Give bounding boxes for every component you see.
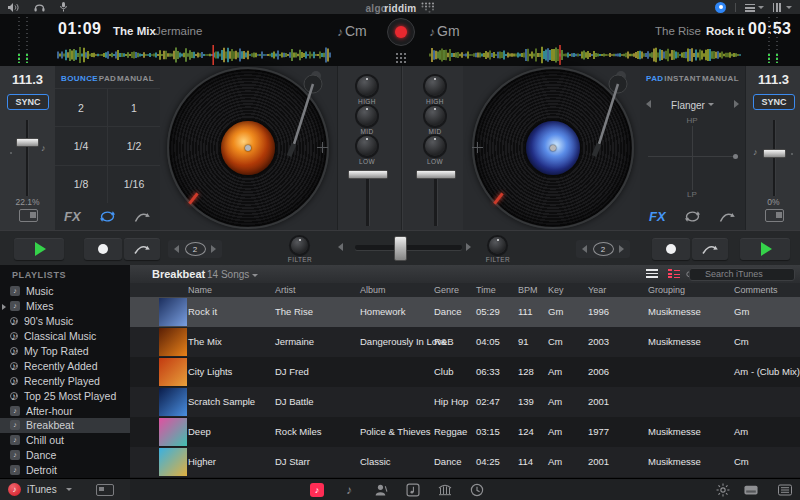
keyboard-shortcut-icon[interactable] [765, 209, 784, 222]
bounce-pad-button[interactable]: 1/4 [55, 127, 107, 164]
playlist-item[interactable]: ♪ Chill out [0, 433, 130, 448]
albums-tab-icon[interactable] [406, 483, 420, 497]
column-header[interactable]: Genre [434, 285, 459, 295]
bounce-pad-button[interactable]: 1/8 [55, 166, 107, 203]
deck-b-jump-button[interactable] [692, 238, 728, 260]
column-header[interactable]: Key [548, 285, 564, 295]
disclosure-icon[interactable] [2, 304, 6, 310]
list-view-icon[interactable] [646, 269, 658, 278]
waveform-b[interactable] [429, 45, 741, 65]
history-tab-icon[interactable] [470, 483, 484, 497]
tab-pad[interactable]: PAD [99, 74, 117, 83]
crossfader-handle[interactable] [394, 236, 407, 261]
keyboard-shortcut-icon[interactable] [19, 209, 38, 222]
column-header[interactable]: Comments [734, 285, 778, 295]
deck-b-loop-stepper[interactable]: 2 [576, 240, 630, 258]
deck-b-mid-knob[interactable] [425, 106, 445, 126]
keyboard-panel-icon[interactable] [744, 483, 758, 497]
deck-b-play-button[interactable] [740, 238, 790, 260]
loop-decrease-icon[interactable] [582, 245, 587, 253]
record-button[interactable] [387, 18, 415, 46]
playlist-item[interactable]: ♪ Mixes [0, 299, 130, 314]
track-row[interactable]: Rock it The Rise Homework Dance 05:29 11… [130, 297, 800, 327]
deck-b-sync-button[interactable]: SYNC [753, 94, 795, 110]
artwork-view-icon[interactable] [668, 269, 680, 278]
track-row[interactable]: City Lights DJ Fred Club 06:33 128 Am 20… [130, 357, 800, 387]
bounce-pad-button[interactable]: 1/16 [108, 166, 160, 203]
deck-a-cue-record-button[interactable] [84, 238, 122, 260]
column-header[interactable]: Artist [275, 285, 296, 295]
loop-increase-icon[interactable] [211, 245, 216, 253]
crossfade-left-icon[interactable] [338, 243, 343, 251]
deck-b-filter-knob[interactable] [489, 237, 506, 254]
track-row[interactable]: Scratch Sample DJ Battle Hip Hop 02:47 1… [130, 387, 800, 417]
deck-a-sync-button[interactable]: SYNC [7, 94, 49, 110]
deck-b-tonearm[interactable] [585, 68, 641, 168]
status-blue-icon[interactable] [715, 2, 726, 13]
brightness-icon[interactable] [716, 483, 730, 497]
headphones-icon[interactable] [34, 3, 45, 12]
track-row[interactable]: Deep Rock Miles Police & Thieves Reggae … [130, 417, 800, 447]
deck-a-mid-knob[interactable] [357, 106, 377, 126]
deck-a-play-button[interactable] [14, 238, 64, 260]
genres-tab-icon[interactable] [438, 483, 452, 497]
playlist-item[interactable]: ♪ Breakbeat [0, 418, 130, 433]
waveform-a[interactable] [57, 45, 331, 65]
playlist-item[interactable]: ♪ 90's Music [0, 314, 130, 329]
track-row[interactable]: The Mix Jermaine Dangerously In Love R&B… [130, 327, 800, 357]
tab-manual[interactable]: MANUAL [117, 74, 154, 83]
loop-increase-icon[interactable] [619, 245, 624, 253]
playlist-item[interactable]: ♪ Recently Played [0, 373, 130, 388]
sidebar-toggle-icon[interactable] [96, 484, 114, 496]
tracks-tab-icon[interactable]: ♪ [342, 483, 356, 497]
deck-b-cue-record-button[interactable] [652, 238, 690, 260]
playlist-item[interactable]: ♪ Music [0, 284, 130, 299]
next-fx-icon[interactable] [734, 100, 739, 108]
tab-bounce[interactable]: BOUNCE [61, 74, 98, 83]
search-input[interactable] [689, 268, 795, 281]
deck-a-fx-toggle[interactable]: FX [64, 209, 81, 224]
loop-icon[interactable] [99, 210, 116, 223]
column-header[interactable]: BPM [518, 285, 538, 295]
loop-decrease-icon[interactable] [174, 245, 179, 253]
deck-a-volume-fader[interactable] [348, 170, 388, 179]
songs-tab-icon[interactable]: ♪ [310, 483, 324, 497]
prev-fx-icon[interactable] [646, 100, 651, 108]
bounce-pad-button[interactable]: 1 [108, 89, 160, 126]
deck-a-filter-knob[interactable] [291, 237, 308, 254]
deck-b-low-knob[interactable] [425, 136, 445, 156]
playlist-item[interactable]: ♪ Top 25 Most Played [0, 388, 130, 403]
deck-b-pitch-fader[interactable] [763, 149, 786, 158]
grid-view-icon[interactable] [395, 52, 406, 63]
deck-b-fx-toggle[interactable]: FX [649, 209, 666, 224]
tab-instant[interactable]: INSTANT [664, 74, 701, 83]
bounce-pad-button[interactable]: 1/2 [108, 127, 160, 164]
song-count-dropdown[interactable]: 14 Songs [207, 269, 258, 280]
deck-b-volume-fader[interactable] [416, 170, 456, 179]
track-row[interactable]: Higher DJ Starr Classic Dance 04:25 114 … [130, 447, 800, 477]
censor-jump-icon[interactable] [719, 210, 736, 223]
deck-a-jump-button[interactable] [124, 238, 160, 260]
mic-icon[interactable] [60, 2, 67, 12]
bounce-pad-button[interactable]: 2 [55, 89, 107, 126]
speaker-icon[interactable] [8, 3, 19, 12]
column-header[interactable]: Year [588, 285, 606, 295]
playlist-item[interactable]: ♪ Recently Added [0, 358, 130, 373]
playlist-item[interactable]: ♪ Classical Music [0, 329, 130, 344]
column-header[interactable]: Grouping [648, 285, 685, 295]
playlist-item[interactable]: ♪ My Top Rated [0, 344, 130, 359]
loop-icon[interactable] [684, 210, 701, 223]
deck-a-low-knob[interactable] [357, 136, 377, 156]
column-header[interactable]: Name [188, 285, 212, 295]
deck-a-tonearm[interactable] [280, 68, 336, 168]
table-header-row[interactable]: NameArtistAlbumGenreTimeBPMKeyYearGroupi… [130, 283, 800, 298]
queue-list-icon[interactable] [778, 483, 792, 497]
column-header[interactable]: Time [476, 285, 496, 295]
column-header[interactable]: Album [360, 285, 386, 295]
library-source-selector[interactable]: iTunes [27, 484, 57, 495]
fx-selector-dropdown[interactable]: Flanger [671, 95, 714, 113]
deck-a-high-knob[interactable] [357, 76, 377, 96]
tab-manual[interactable]: MANUAL [702, 74, 739, 83]
tab-pad[interactable]: PAD [646, 74, 664, 83]
xy-pad-handle[interactable] [733, 154, 738, 159]
